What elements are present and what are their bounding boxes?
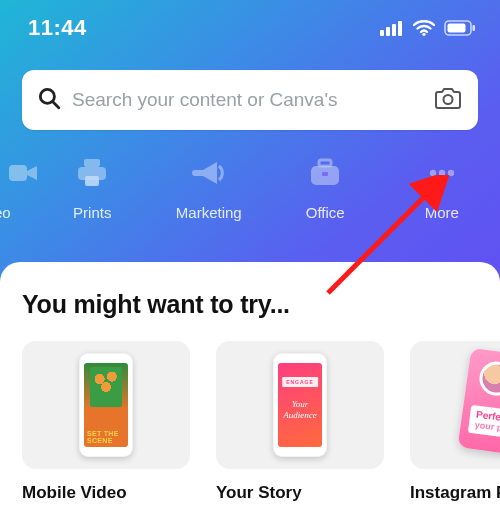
category-prints[interactable]: Prints — [34, 156, 151, 221]
category-row: eo Prints Marketing Office More — [0, 130, 500, 221]
mock-caption: Perfect your p — [468, 405, 500, 441]
category-label: Office — [306, 204, 345, 221]
svg-rect-15 — [319, 160, 331, 166]
svg-rect-14 — [85, 176, 99, 186]
svg-point-20 — [448, 170, 454, 176]
status-icons — [380, 20, 476, 36]
svg-rect-6 — [448, 24, 466, 33]
card-instagram-post[interactable]: Perfect your p Instagram P — [410, 341, 500, 503]
svg-rect-2 — [392, 24, 396, 36]
cellular-icon — [380, 20, 404, 36]
battery-icon — [444, 20, 476, 36]
mock-text: SCENE — [87, 437, 113, 444]
sheet-title: You might want to try... — [0, 290, 500, 341]
card-thumb: ENGAGE YourAudience — [216, 341, 384, 469]
card-your-story[interactable]: ENGAGE YourAudience Your Story — [216, 341, 384, 503]
card-label: Mobile Video — [22, 483, 190, 503]
briefcase-icon — [301, 156, 349, 190]
svg-rect-17 — [322, 172, 328, 176]
svg-rect-12 — [84, 159, 100, 167]
category-label: Marketing — [176, 204, 242, 221]
svg-rect-3 — [398, 21, 402, 36]
phone-mock: ENGAGE YourAudience — [273, 353, 327, 457]
card-label: Your Story — [216, 483, 384, 503]
search-bar-container — [0, 52, 500, 130]
category-more[interactable]: More — [384, 156, 501, 221]
category-marketing[interactable]: Marketing — [151, 156, 268, 221]
camera-icon[interactable] — [434, 86, 462, 114]
status-time: 11:44 — [28, 15, 87, 41]
ig-tile-mock: Perfect your p — [458, 348, 500, 462]
suggestion-cards[interactable]: SET THESCENE Mobile Video ENGAGE YourAud… — [0, 341, 500, 503]
wifi-icon — [412, 20, 436, 36]
svg-rect-0 — [380, 30, 384, 36]
card-mobile-video[interactable]: SET THESCENE Mobile Video — [22, 341, 190, 503]
app-screen: 11:44 eo Prin — [0, 0, 500, 524]
mock-text: your p — [474, 420, 500, 435]
search-icon — [36, 85, 62, 115]
status-bar: 11:44 — [0, 0, 500, 52]
avatar — [477, 359, 500, 397]
svg-point-10 — [444, 95, 453, 104]
svg-rect-1 — [386, 27, 390, 36]
svg-rect-7 — [473, 25, 476, 31]
svg-line-9 — [53, 102, 59, 108]
search-input[interactable] — [72, 89, 424, 111]
category-label: Prints — [73, 204, 111, 221]
card-thumb: Perfect your p — [410, 341, 500, 469]
category-video[interactable]: eo — [0, 156, 34, 221]
card-label: Instagram P — [410, 483, 500, 503]
megaphone-icon — [185, 156, 233, 190]
suggestions-sheet: You might want to try... SET THESCENE Mo… — [0, 262, 500, 524]
printer-icon — [68, 156, 116, 190]
svg-point-4 — [422, 33, 425, 36]
mock-text: SET THE — [87, 430, 119, 437]
more-icon — [418, 156, 466, 190]
category-office[interactable]: Office — [267, 156, 384, 221]
category-label: eo — [0, 204, 11, 221]
svg-point-19 — [439, 170, 445, 176]
card-thumb: SET THESCENE — [22, 341, 190, 469]
mock-tag: ENGAGE — [282, 377, 318, 387]
search-bar[interactable] — [22, 70, 478, 130]
svg-rect-11 — [9, 165, 27, 181]
category-label: More — [425, 204, 459, 221]
mock-text: Your — [292, 399, 309, 409]
phone-mock: SET THESCENE — [79, 353, 133, 457]
svg-point-18 — [430, 170, 436, 176]
mock-text: Audience — [283, 410, 316, 420]
